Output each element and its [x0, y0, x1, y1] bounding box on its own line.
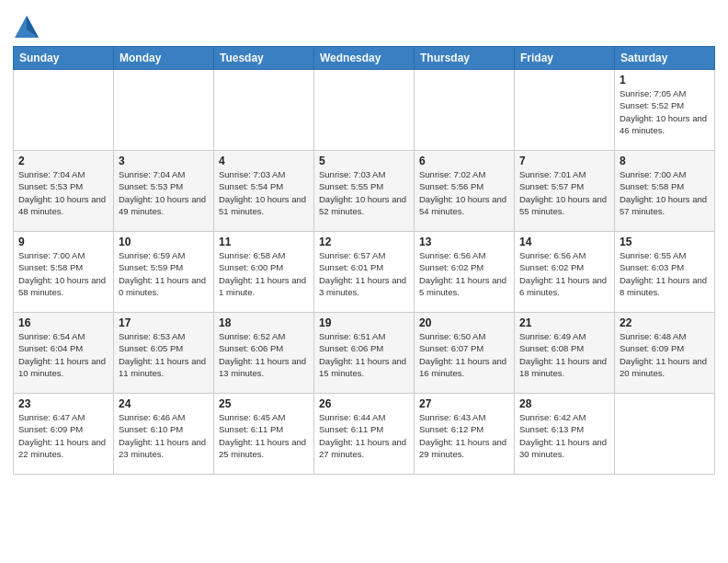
day-number: 28 — [519, 397, 609, 410]
day-info: Sunrise: 7:02 AM Sunset: 5:56 PM Dayligh… — [419, 168, 509, 217]
calendar-cell — [314, 70, 415, 151]
calendar-day-header: Thursday — [415, 47, 515, 70]
day-info: Sunrise: 6:59 AM Sunset: 5:59 PM Dayligh… — [119, 249, 209, 298]
day-info: Sunrise: 6:56 AM Sunset: 6:02 PM Dayligh… — [519, 249, 609, 298]
calendar-cell: 19Sunrise: 6:51 AM Sunset: 6:06 PM Dayli… — [314, 313, 415, 394]
calendar-week-row: 1Sunrise: 7:05 AM Sunset: 5:52 PM Daylig… — [14, 70, 715, 151]
day-number: 9 — [18, 236, 108, 248]
calendar-cell: 25Sunrise: 6:45 AM Sunset: 6:11 PM Dayli… — [214, 394, 314, 475]
calendar-week-row: 2Sunrise: 7:04 AM Sunset: 5:53 PM Daylig… — [14, 151, 715, 232]
day-number: 2 — [18, 155, 108, 167]
calendar-cell: 24Sunrise: 6:46 AM Sunset: 6:10 PM Dayli… — [114, 394, 214, 475]
day-info: Sunrise: 7:04 AM Sunset: 5:53 PM Dayligh… — [119, 168, 209, 217]
calendar-cell: 22Sunrise: 6:48 AM Sunset: 6:09 PM Dayli… — [615, 313, 715, 394]
calendar-cell: 6Sunrise: 7:02 AM Sunset: 5:56 PM Daylig… — [415, 151, 515, 232]
calendar-cell — [14, 70, 114, 151]
calendar-cell: 5Sunrise: 7:03 AM Sunset: 5:55 PM Daylig… — [314, 151, 415, 232]
calendar-week-row: 23Sunrise: 6:47 AM Sunset: 6:09 PM Dayli… — [14, 394, 715, 475]
calendar-day-header: Tuesday — [214, 47, 314, 70]
logo — [13, 13, 42, 40]
day-info: Sunrise: 7:01 AM Sunset: 5:57 PM Dayligh… — [519, 168, 609, 217]
calendar-cell: 2Sunrise: 7:04 AM Sunset: 5:53 PM Daylig… — [14, 151, 114, 232]
day-number: 5 — [319, 155, 409, 167]
day-number: 24 — [119, 397, 209, 410]
calendar-cell: 15Sunrise: 6:55 AM Sunset: 6:03 PM Dayli… — [615, 232, 715, 313]
day-number: 8 — [620, 155, 710, 167]
day-number: 17 — [119, 316, 209, 329]
calendar-cell: 13Sunrise: 6:56 AM Sunset: 6:02 PM Dayli… — [415, 232, 515, 313]
day-number: 12 — [319, 236, 409, 248]
calendar-cell: 27Sunrise: 6:43 AM Sunset: 6:12 PM Dayli… — [415, 394, 515, 475]
calendar-cell: 17Sunrise: 6:53 AM Sunset: 6:05 PM Dayli… — [114, 313, 214, 394]
calendar-cell: 18Sunrise: 6:52 AM Sunset: 6:06 PM Dayli… — [214, 313, 314, 394]
day-number: 16 — [18, 316, 108, 329]
calendar-day-header: Sunday — [14, 47, 114, 70]
day-info: Sunrise: 6:46 AM Sunset: 6:10 PM Dayligh… — [119, 411, 209, 460]
logo-icon — [13, 13, 40, 40]
day-info: Sunrise: 6:43 AM Sunset: 6:12 PM Dayligh… — [419, 411, 509, 460]
day-number: 7 — [519, 155, 609, 167]
calendar-cell: 7Sunrise: 7:01 AM Sunset: 5:57 PM Daylig… — [515, 151, 615, 232]
calendar-cell — [214, 70, 314, 151]
calendar-cell: 3Sunrise: 7:04 AM Sunset: 5:53 PM Daylig… — [114, 151, 214, 232]
calendar-cell: 28Sunrise: 6:42 AM Sunset: 6:13 PM Dayli… — [515, 394, 615, 475]
day-info: Sunrise: 6:58 AM Sunset: 6:00 PM Dayligh… — [219, 249, 309, 298]
day-number: 25 — [219, 397, 309, 410]
calendar-cell: 1Sunrise: 7:05 AM Sunset: 5:52 PM Daylig… — [615, 70, 715, 151]
day-number: 11 — [219, 236, 309, 248]
page: SundayMondayTuesdayWednesdayThursdayFrid… — [0, 0, 728, 563]
header — [13, 9, 715, 40]
day-info: Sunrise: 6:56 AM Sunset: 6:02 PM Dayligh… — [419, 249, 509, 298]
day-number: 3 — [119, 155, 209, 167]
day-number: 22 — [620, 316, 710, 329]
calendar-day-header: Monday — [114, 47, 214, 70]
calendar-cell — [114, 70, 214, 151]
day-info: Sunrise: 6:44 AM Sunset: 6:11 PM Dayligh… — [319, 411, 409, 460]
calendar-week-row: 9Sunrise: 7:00 AM Sunset: 5:58 PM Daylig… — [14, 232, 715, 313]
day-info: Sunrise: 6:52 AM Sunset: 6:06 PM Dayligh… — [219, 330, 309, 379]
calendar-table: SundayMondayTuesdayWednesdayThursdayFrid… — [13, 46, 715, 475]
day-info: Sunrise: 6:57 AM Sunset: 6:01 PM Dayligh… — [319, 249, 409, 298]
calendar-cell: 16Sunrise: 6:54 AM Sunset: 6:04 PM Dayli… — [14, 313, 114, 394]
day-number: 1 — [620, 74, 710, 86]
calendar-cell — [615, 394, 715, 475]
calendar-cell — [415, 70, 515, 151]
day-info: Sunrise: 6:49 AM Sunset: 6:08 PM Dayligh… — [519, 330, 609, 379]
day-number: 20 — [419, 316, 509, 329]
calendar-cell: 9Sunrise: 7:00 AM Sunset: 5:58 PM Daylig… — [14, 232, 114, 313]
calendar-cell: 20Sunrise: 6:50 AM Sunset: 6:07 PM Dayli… — [415, 313, 515, 394]
day-number: 21 — [519, 316, 609, 329]
day-info: Sunrise: 7:05 AM Sunset: 5:52 PM Dayligh… — [620, 87, 710, 136]
day-info: Sunrise: 6:48 AM Sunset: 6:09 PM Dayligh… — [620, 330, 710, 379]
calendar-header-row: SundayMondayTuesdayWednesdayThursdayFrid… — [14, 47, 715, 70]
day-number: 26 — [319, 397, 409, 410]
calendar-cell: 14Sunrise: 6:56 AM Sunset: 6:02 PM Dayli… — [515, 232, 615, 313]
day-info: Sunrise: 6:53 AM Sunset: 6:05 PM Dayligh… — [119, 330, 209, 379]
day-number: 19 — [319, 316, 409, 329]
calendar-cell — [515, 70, 615, 151]
day-number: 13 — [419, 236, 509, 248]
day-number: 10 — [119, 236, 209, 248]
calendar-cell: 12Sunrise: 6:57 AM Sunset: 6:01 PM Dayli… — [314, 232, 415, 313]
day-info: Sunrise: 7:00 AM Sunset: 5:58 PM Dayligh… — [620, 168, 710, 217]
day-info: Sunrise: 6:47 AM Sunset: 6:09 PM Dayligh… — [18, 411, 108, 460]
calendar-cell: 23Sunrise: 6:47 AM Sunset: 6:09 PM Dayli… — [14, 394, 114, 475]
calendar-cell: 10Sunrise: 6:59 AM Sunset: 5:59 PM Dayli… — [114, 232, 214, 313]
day-number: 4 — [219, 155, 309, 167]
day-info: Sunrise: 7:04 AM Sunset: 5:53 PM Dayligh… — [18, 168, 108, 217]
day-info: Sunrise: 7:03 AM Sunset: 5:55 PM Dayligh… — [319, 168, 409, 217]
day-number: 15 — [620, 236, 710, 248]
day-info: Sunrise: 7:03 AM Sunset: 5:54 PM Dayligh… — [219, 168, 309, 217]
day-info: Sunrise: 6:45 AM Sunset: 6:11 PM Dayligh… — [219, 411, 309, 460]
day-number: 18 — [219, 316, 309, 329]
day-number: 6 — [419, 155, 509, 167]
calendar-cell: 11Sunrise: 6:58 AM Sunset: 6:00 PM Dayli… — [214, 232, 314, 313]
day-info: Sunrise: 6:55 AM Sunset: 6:03 PM Dayligh… — [620, 249, 710, 298]
calendar-day-header: Friday — [515, 47, 615, 70]
day-info: Sunrise: 6:50 AM Sunset: 6:07 PM Dayligh… — [419, 330, 509, 379]
day-info: Sunrise: 6:51 AM Sunset: 6:06 PM Dayligh… — [319, 330, 409, 379]
day-number: 14 — [519, 236, 609, 248]
calendar-cell: 21Sunrise: 6:49 AM Sunset: 6:08 PM Dayli… — [515, 313, 615, 394]
calendar-cell: 26Sunrise: 6:44 AM Sunset: 6:11 PM Dayli… — [314, 394, 415, 475]
calendar-week-row: 16Sunrise: 6:54 AM Sunset: 6:04 PM Dayli… — [14, 313, 715, 394]
